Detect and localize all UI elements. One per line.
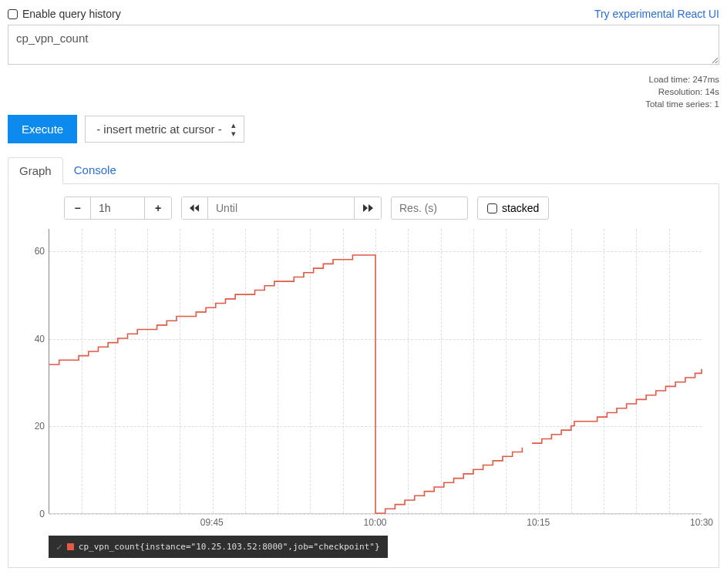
meta-load-time: Load time: 247ms [8, 73, 719, 86]
chevron-updown-icon: ▴▾ [231, 121, 236, 138]
check-icon: ✓ [56, 541, 62, 553]
x-axis-label: 09:45 [200, 517, 224, 528]
legend-label: cp_vpn_count{instance="10.25.103.52:8000… [79, 542, 380, 552]
y-axis-label: 40 [26, 334, 45, 344]
forward-icon [362, 204, 373, 212]
until-group [181, 197, 382, 220]
tab-console[interactable]: Console [63, 157, 127, 183]
range-minus-button[interactable]: − [65, 197, 91, 219]
until-fwd-button[interactable] [355, 197, 381, 219]
stacked-label: stacked [502, 202, 539, 214]
graph-panel: − + stacked 0204060 09:4510:0010:1510:30… [8, 184, 719, 568]
x-axis-label: 10:30 [690, 517, 713, 528]
enable-history-label: Enable query history [22, 8, 121, 20]
range-plus-button[interactable]: + [145, 197, 171, 219]
until-input[interactable] [208, 197, 355, 219]
rewind-icon [190, 204, 200, 212]
checkbox-icon [487, 203, 497, 213]
y-axis-label: 0 [26, 509, 45, 519]
legend[interactable]: ✓ cp_vpn_count{instance="10.25.103.52:80… [49, 536, 388, 558]
query-meta: Load time: 247ms Resolution: 14s Total t… [8, 73, 719, 110]
stacked-toggle[interactable]: stacked [477, 197, 549, 220]
tab-graph[interactable]: Graph [8, 157, 63, 184]
react-ui-link[interactable]: Try experimental React UI [594, 8, 719, 20]
metric-select[interactable]: - insert metric at cursor - ▴▾ [85, 116, 244, 143]
legend-swatch [67, 543, 74, 550]
enable-history-checkbox[interactable]: Enable query history [8, 8, 121, 20]
execute-button[interactable]: Execute [8, 115, 77, 143]
query-input[interactable] [8, 25, 719, 65]
x-axis-label: 10:15 [527, 517, 550, 528]
y-axis-label: 60 [26, 246, 45, 257]
meta-total-series: Total time series: 1 [8, 98, 719, 110]
metric-select-label: - insert metric at cursor - [96, 123, 222, 136]
range-input[interactable] [91, 197, 145, 219]
until-back-button[interactable] [182, 197, 208, 219]
x-axis-label: 10:00 [363, 517, 386, 528]
resolution-input[interactable] [391, 197, 468, 220]
chart: 0204060 09:4510:0010:1510:30 [49, 229, 702, 531]
meta-resolution: Resolution: 14s [8, 86, 719, 98]
series-line [49, 229, 702, 513]
range-group: − + [64, 197, 172, 220]
checkbox-icon [8, 9, 18, 19]
y-axis-label: 20 [26, 421, 45, 432]
